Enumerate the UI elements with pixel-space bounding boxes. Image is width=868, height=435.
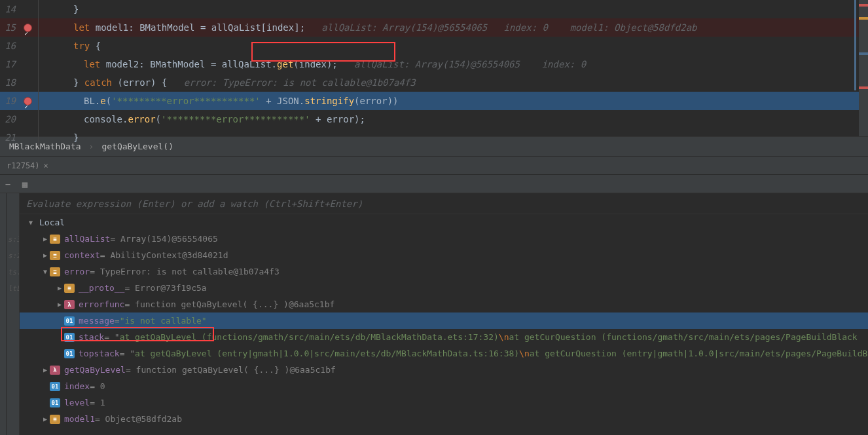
expand-arrow-icon[interactable] [41, 268, 50, 275]
expand-arrow-icon[interactable] [41, 366, 50, 373]
frame-item[interactable]: s:3 [7, 231, 19, 248]
var-name: error [64, 267, 90, 276]
expand-arrow-icon[interactable] [55, 301, 64, 308]
variable-row[interactable]: 01stack = " at getQaByLevel (functions/g… [20, 329, 868, 345]
code-line[interactable]: 14} [0, 0, 868, 18]
str-icon: 01 [64, 333, 75, 342]
frame-item[interactable]: ts: [7, 264, 19, 280]
variable-row[interactable]: 01level = 1 [20, 394, 868, 411]
struct-icon: ≡ [50, 267, 60, 276]
code-line[interactable]: 19BL.e('*********error***********' + JSO… [0, 92, 868, 110]
var-name: stack [79, 332, 104, 342]
variable-row[interactable]: λerrorfunc = function getQaByLevel( {...… [20, 296, 868, 312]
lambda-icon: λ [50, 366, 60, 375]
grid-icon[interactable]: ▦ [20, 179, 30, 189]
var-name: Local [39, 218, 65, 227]
var-name: __proto__ [79, 283, 124, 293]
var-value: = Object@58dfd2ab [95, 414, 182, 424]
var-name: errorfunc [79, 299, 124, 309]
str-icon: 01 [64, 316, 75, 326]
code-line[interactable]: 15let model1: BMathModel = allQaList[ind… [0, 18, 868, 37]
str-icon: 01 [50, 382, 60, 391]
highlight-box [251, 42, 395, 62]
debug-tab[interactable]: r12754) × [0, 157, 55, 174]
code-editor[interactable]: 14}15let model1: BMathModel = allQaList[… [0, 0, 868, 136]
code-line[interactable]: 20console.error('*********error*********… [0, 110, 868, 128]
expand-arrow-icon[interactable] [41, 415, 50, 423]
code-line[interactable]: 18} catch (error) { error: TypeError: is… [0, 73, 868, 92]
var-name: getQaByLevel [64, 365, 126, 375]
close-icon[interactable]: × [44, 161, 48, 170]
str-icon: 01 [50, 398, 60, 407]
expand-arrow-icon[interactable] [26, 219, 35, 226]
struct-icon: ≡ [50, 251, 60, 260]
variable-row[interactable]: ≡error = TypeError: is not callable@1b07… [20, 263, 868, 280]
var-value: = function getQaByLevel( {...} )@6aa5c1b… [126, 365, 336, 375]
var-value: = 0 [90, 381, 105, 391]
var-value: = Array(154)@56554065 [110, 234, 217, 244]
expand-arrow-icon[interactable] [55, 284, 64, 292]
struct-icon: ≡ [64, 284, 75, 293]
var-value: = 1 [90, 398, 105, 407]
variable-row[interactable]: λgetQaByLevel = function getQaByLevel( {… [20, 362, 868, 378]
watch-input[interactable]: Evaluate expression (Enter) or add a wat… [20, 193, 868, 214]
expand-arrow-icon[interactable] [41, 252, 50, 259]
frames-column[interactable]: s:3 s:2 ts: ltL [7, 193, 20, 435]
debug-tab-bar: r12754) × [0, 156, 868, 174]
var-name: context [64, 250, 100, 260]
scrollbar[interactable] [859, 0, 868, 136]
var-value: = AbilityContext@3d84021d [100, 250, 228, 260]
debug-sidebar-strip [0, 193, 7, 435]
variable-row[interactable]: ≡model1 = Object@58dfd2ab [20, 411, 868, 427]
frame-item[interactable]: ltL [7, 280, 19, 297]
expand-arrow-icon[interactable] [41, 235, 50, 242]
variable-row[interactable]: 01index = 0 [20, 378, 868, 394]
frame-item[interactable]: s:2 [7, 248, 19, 264]
variable-row[interactable]: 01message = "is not callable" [20, 312, 868, 329]
var-value: = TypeError: is not callable@1b07a4f3 [90, 267, 280, 276]
variable-row[interactable]: ≡__proto__ = Error@73f19c5a [20, 280, 868, 296]
watch-placeholder: Evaluate expression (Enter) or add a wat… [26, 199, 363, 209]
code-line[interactable]: 16try { [0, 37, 868, 55]
var-name: model1 [64, 414, 95, 424]
variable-row[interactable]: ≡context = AbilityContext@3d84021d [20, 247, 868, 263]
lambda-icon: λ [64, 300, 75, 309]
var-name: allQaList [64, 234, 110, 244]
var-value: "is not callable" [120, 316, 207, 326]
var-name: message [79, 316, 115, 326]
str-icon: 01 [64, 349, 75, 358]
minus-icon[interactable]: − [3, 179, 13, 189]
variable-row[interactable]: ≡allQaList = Array(154)@56554065 [20, 231, 868, 247]
struct-icon: ≡ [50, 235, 60, 244]
variables-tree[interactable]: Local≡allQaList = Array(154)@56554065≡co… [20, 214, 868, 435]
var-value: = Error@73f19c5a [124, 283, 206, 293]
var-name: topstack [79, 349, 120, 358]
var-value: = function getQaByLevel( {...} )@6aa5c1b… [124, 299, 335, 309]
code-line[interactable]: 21} [0, 128, 868, 147]
debug-toolbar: − ▦ [0, 174, 868, 193]
variable-row[interactable]: 01topstack = " at getQaByLevel (entry|gm… [20, 345, 868, 362]
var-name: index [64, 381, 90, 391]
code-line[interactable]: 17let model2: BMathModel = allQaList.get… [0, 55, 868, 73]
variable-row[interactable]: Local [20, 214, 868, 231]
struct-icon: ≡ [50, 415, 60, 424]
var-name: level [64, 398, 90, 407]
tab-label: r12754) [7, 161, 40, 170]
